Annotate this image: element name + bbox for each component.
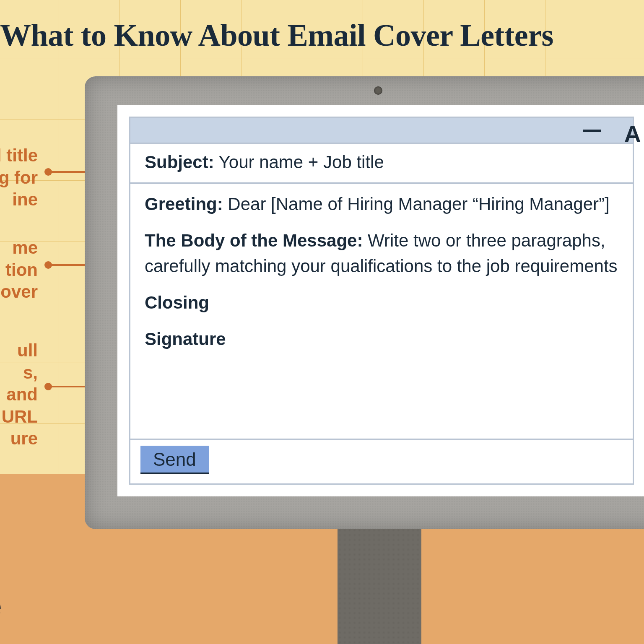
minimize-icon[interactable] <box>583 130 601 132</box>
callout-signature-tip: ulls,andURLure <box>0 340 38 450</box>
signature-label: Signature <box>145 329 226 349</box>
window-control-icon[interactable]: A <box>624 120 641 148</box>
camera-icon <box>374 86 382 95</box>
callout-body-tip: metioncover <box>0 237 38 303</box>
greeting-label: Greeting: <box>145 194 223 214</box>
body-value-2: carefully matching your qualifications t… <box>145 256 618 276</box>
greeting-value: Dear [Name of Hiring Manager “Hiring Man… <box>228 194 609 214</box>
subject-label: Subject: <box>145 152 214 172</box>
monitor-stand <box>338 527 421 644</box>
subject-field[interactable]: Subject: Your name + Job title <box>130 144 633 184</box>
send-row: Send <box>130 440 633 483</box>
callout-subject-tip: d titleg forine <box>0 145 38 211</box>
page-title: What to Know About Email Cover Letters <box>0 18 644 53</box>
email-compose-window: A Subject: Your name + Job title Greetin… <box>129 117 634 485</box>
monitor-frame: A Subject: Your name + Job title Greetin… <box>85 76 644 529</box>
email-body-area[interactable]: Greeting: Dear [Name of Hiring Manager “… <box>130 184 633 440</box>
brand-watermark: ance <box>0 590 2 622</box>
subject-value: Your name + Job title <box>219 152 384 172</box>
send-button[interactable]: Send <box>140 446 209 474</box>
window-title-bar: A <box>130 118 633 144</box>
closing-label: Closing <box>145 293 209 312</box>
body-label: The Body of the Message: <box>145 231 363 250</box>
monitor-screen: A Subject: Your name + Job title Greetin… <box>117 105 644 496</box>
body-value-1: Write two or three paragraphs, <box>368 231 605 250</box>
